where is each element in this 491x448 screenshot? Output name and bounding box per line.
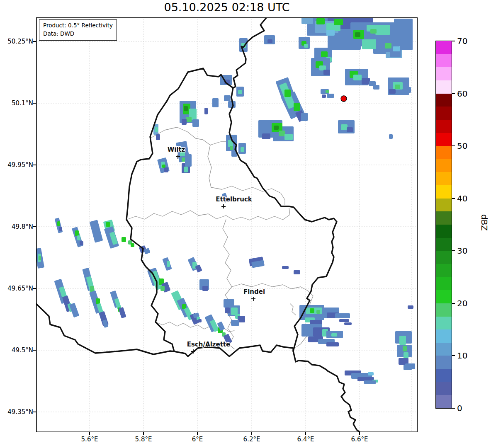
- colorbar-tickmark: [452, 198, 455, 199]
- colorbar-segment: [436, 329, 452, 343]
- radar-echo-cell: [331, 333, 337, 337]
- radar-echo-cell: [321, 51, 328, 57]
- radar-echo-cell: [279, 131, 285, 136]
- colorbar-segment: [436, 395, 452, 408]
- radar-echo-cell: [262, 133, 270, 139]
- radar-screenshot: 05.10.2025 02:18 UTC WiltzEttelbruckFind…: [0, 0, 491, 448]
- lon-tick-label: 6.2°E: [235, 436, 268, 443]
- radar-echo-cell: [393, 46, 400, 51]
- lat-tick-label: 50.25°N: [0, 38, 33, 45]
- region-border: [199, 208, 290, 220]
- colorbar-segment: [436, 316, 452, 329]
- colorbar-segment: [436, 264, 452, 277]
- radar-echo-cell: [106, 222, 110, 227]
- colorbar-segment: [436, 382, 452, 395]
- radar-echo-cell: [131, 243, 134, 247]
- radar-echo-cell: [389, 89, 396, 94]
- radar-echo-cell: [326, 342, 339, 346]
- radar-echo-cell: [408, 305, 413, 309]
- radar-echo-cell: [294, 103, 300, 111]
- lon-tickmark: [89, 432, 90, 435]
- colorbar-tick-label: 20: [457, 298, 467, 308]
- colorbar-segment: [436, 146, 452, 159]
- colorbar-segment: [436, 237, 452, 251]
- colorbar-tick-label: 0: [457, 403, 462, 413]
- radar-echo-cell: [241, 147, 244, 152]
- lon-tick-label: 6°E: [181, 436, 214, 443]
- radar-echo-cell: [167, 261, 170, 267]
- lat-tickmark: [33, 288, 36, 289]
- radar-echo-cell: [80, 241, 83, 245]
- radar-echo-cell: [375, 25, 390, 35]
- radar-echo-cell: [344, 322, 352, 325]
- lon-tickmark: [305, 432, 306, 435]
- lon-tick-label: 6.4°E: [289, 436, 322, 443]
- lat-tickmark: [33, 226, 36, 227]
- region-border: [290, 304, 296, 315]
- radar-echo-cell: [282, 266, 289, 269]
- radar-echo-cell: [225, 308, 230, 313]
- colorbar-segment: [436, 342, 452, 356]
- radar-echo-cell: [184, 167, 188, 172]
- radar-echo-cell: [224, 95, 231, 101]
- colorbar-tick-label: 40: [457, 193, 467, 203]
- radar-map-canvas: WiltzEttelbruckFindelEsch/Alzette: [36, 17, 418, 432]
- radar-echo-cell: [301, 17, 313, 24]
- radar-echo-cell: [403, 352, 408, 359]
- radar-echo-cell: [184, 106, 188, 111]
- colorbar-segment: [436, 369, 452, 382]
- colorbar-segment: [436, 251, 452, 264]
- radar-echo-cell: [347, 127, 353, 132]
- radar-echo-cell: [399, 336, 406, 345]
- radar-echo-cell: [355, 32, 360, 37]
- radar-echo-cell: [231, 320, 239, 326]
- radar-echo-cell: [362, 78, 370, 85]
- radar-echo-cell: [362, 39, 377, 49]
- lon-tick-label: 6.6°E: [343, 436, 376, 443]
- radar-echo-cell: [284, 134, 293, 140]
- radar-echo-cell: [182, 119, 187, 125]
- radar-echo-cell: [326, 90, 329, 93]
- radar-echo-cell: [403, 365, 412, 370]
- colorbar-segment: [436, 93, 452, 107]
- radar-echo-cell: [284, 90, 291, 97]
- radar-echo-cell: [192, 119, 199, 127]
- radar-echo-cell: [304, 44, 308, 48]
- radar-echo-cell: [327, 94, 334, 98]
- colorbar-tickmark: [452, 145, 455, 146]
- lon-tickmark: [197, 432, 198, 435]
- colorbar-tickmark: [452, 408, 455, 409]
- colorbar-tick-label: 70: [457, 36, 467, 46]
- city-label: Ettelbruck: [216, 196, 253, 203]
- lon-tick-label: 5.8°E: [127, 436, 160, 443]
- radar-echo-cell: [335, 313, 350, 318]
- city-label: Esch/Alzette: [187, 341, 230, 348]
- radar-echo-cell: [90, 286, 94, 292]
- colorbar-segment: [436, 172, 452, 185]
- lat-tickmark: [33, 412, 36, 412]
- colorbar-tick-label: 10: [457, 351, 467, 361]
- radar-echo-cell: [164, 167, 168, 172]
- radar-echo-cell: [373, 85, 379, 90]
- radar-echo-cell: [204, 108, 208, 114]
- city-label: Wiltz: [168, 146, 185, 153]
- radar-echo-cell: [96, 298, 100, 304]
- colorbar-segment: [436, 119, 452, 133]
- lat-tick-label: 49.5°N: [0, 346, 33, 354]
- colorbar-segment: [436, 225, 452, 238]
- colorbar-tick-label: 50: [457, 141, 467, 151]
- radar-echo-cell: [212, 98, 219, 107]
- colorbar-segment: [436, 107, 452, 120]
- colorbar-segment: [436, 133, 452, 146]
- region-border: [126, 211, 199, 220]
- lon-tick-label: 5.6°E: [73, 436, 106, 443]
- radar-echo-cell: [202, 286, 208, 291]
- radar-echo-cell: [341, 124, 348, 130]
- radar-echo-cell: [334, 19, 343, 25]
- radar-echo-cell: [316, 310, 320, 314]
- data-source-line: Data: DWD: [43, 29, 113, 38]
- country-border: [233, 17, 267, 88]
- radar-echo-cell: [59, 227, 62, 231]
- colorbar-segment: [436, 277, 452, 290]
- radar-echo-cell: [404, 87, 411, 93]
